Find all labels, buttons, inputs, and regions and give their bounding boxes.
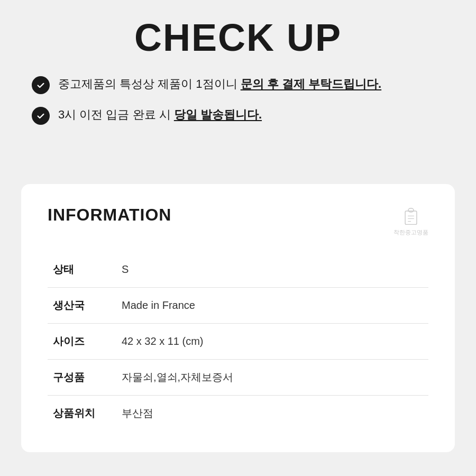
info-value-2: 42 x 32 x 11 (cm) (116, 324, 428, 360)
table-row: 생산국Made in France (48, 288, 428, 324)
info-card: INFORMATION 착한중고명품 상태S생산국Made in France사… (21, 184, 455, 452)
check-item-2: 3시 이전 입금 완료 시 당일 발송됩니다. (32, 106, 444, 125)
watermark-icon (400, 205, 422, 226)
info-value-3: 자물쇠,열쇠,자체보증서 (116, 360, 428, 396)
check-normal-text-1: 중고제품의 특성상 제품이 1점이니 (58, 77, 241, 90)
watermark: 착한중고명품 (393, 205, 428, 236)
top-section: CHECK UP 중고제품의 특성상 제품이 1점이니 문의 후 결제 부탁드립… (0, 0, 476, 158)
info-table: 상태S생산국Made in France사이즈42 x 32 x 11 (cm)… (48, 252, 428, 431)
info-value-1: Made in France (116, 288, 428, 324)
table-row: 상태S (48, 252, 428, 288)
check-emphasis-text-1: 문의 후 결제 부탁드립니다. (241, 77, 381, 90)
check-text-1: 중고제품의 특성상 제품이 1점이니 문의 후 결제 부탁드립니다. (58, 75, 381, 93)
check-icon-2 (32, 107, 50, 125)
svg-rect-1 (408, 208, 414, 212)
check-item-1: 중고제품의 특성상 제품이 1점이니 문의 후 결제 부탁드립니다. (32, 75, 444, 94)
table-row: 상품위치부산점 (48, 396, 428, 432)
info-label-4: 상품위치 (48, 396, 116, 432)
svg-rect-0 (405, 211, 417, 224)
info-table-body: 상태S생산국Made in France사이즈42 x 32 x 11 (cm)… (48, 252, 428, 431)
main-title: CHECK UP (32, 16, 444, 59)
watermark-text: 착한중고명품 (393, 228, 428, 236)
info-label-1: 생산국 (48, 288, 116, 324)
table-row: 구성품자물쇠,열쇠,자체보증서 (48, 360, 428, 396)
info-value-4: 부산점 (116, 396, 428, 432)
check-icon-1 (32, 76, 50, 94)
info-value-0: S (116, 252, 428, 288)
info-label-0: 상태 (48, 252, 116, 288)
check-normal-text-2: 3시 이전 입금 완료 시 (58, 108, 174, 121)
check-text-2: 3시 이전 입금 완료 시 당일 발송됩니다. (58, 106, 262, 123)
table-row: 사이즈42 x 32 x 11 (cm) (48, 324, 428, 360)
check-emphasis-text-2: 당일 발송됩니다. (174, 108, 262, 121)
info-label-3: 구성품 (48, 360, 116, 396)
spacer (0, 158, 476, 184)
info-title: INFORMATION (48, 205, 171, 225)
info-header: INFORMATION 착한중고명품 (48, 205, 428, 236)
info-label-2: 사이즈 (48, 324, 116, 360)
